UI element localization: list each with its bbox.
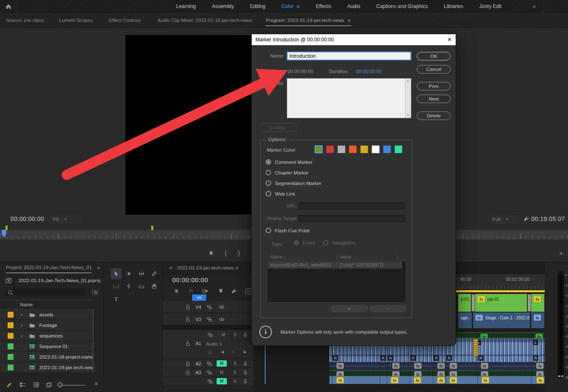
workspace-tab-editing[interactable]: Editing xyxy=(242,0,274,13)
custom-button[interactable]: Custom xyxy=(259,123,297,132)
freeform-view-icon[interactable] xyxy=(46,381,52,388)
fx-badge-icon[interactable]: fx xyxy=(414,377,421,383)
flash-cue-point-radio[interactable]: Flash Cue Point xyxy=(266,228,310,233)
channel-badge[interactable]: R xyxy=(478,355,484,361)
marker-color-swatch-mint[interactable] xyxy=(394,145,402,153)
marker-color-swatch-orange[interactable] xyxy=(349,145,357,153)
timeline-clip[interactable]: fxpip-01 xyxy=(475,294,527,312)
dialog-title-bar[interactable]: Marker Introduction @ 00:00:00:00 xyxy=(252,34,456,45)
fx-badge-icon[interactable]: fx xyxy=(481,363,488,369)
timeline-settings-wrench-icon[interactable] xyxy=(231,288,237,294)
marker-name-input[interactable] xyxy=(287,52,411,60)
chevron-right-icon[interactable]: › xyxy=(21,322,22,328)
timeline-clip[interactable]: fx xyxy=(531,313,545,328)
lock-icon[interactable] xyxy=(185,360,191,367)
project-row-assets[interactable]: ›assets xyxy=(0,310,94,320)
type-tool[interactable]: T xyxy=(111,294,122,305)
project-row-2022-01-19-jan-tech-news[interactable]: 2022-01-19-jan-tech-news xyxy=(0,362,94,373)
next-button[interactable]: Next xyxy=(417,95,451,103)
zoom-slider-track[interactable] xyxy=(60,385,85,386)
table-row[interactable]: keywordExtDVAv1_ade40011{"color":4281828… xyxy=(268,261,402,269)
scroll-down-icon[interactable]: ▼ xyxy=(407,114,410,117)
marker-color-swatch-green[interactable] xyxy=(315,145,323,153)
project-panel-tab[interactable]: Project: 2022-01-19-Jan-Tech-News_01 xyxy=(6,265,92,273)
url-input[interactable] xyxy=(299,202,405,210)
slip-tool[interactable]: |↔| xyxy=(111,281,122,292)
lock-icon[interactable] xyxy=(185,316,191,323)
fx-badge-icon[interactable]: fx xyxy=(536,363,544,369)
add-panel-button[interactable]: + xyxy=(559,249,563,258)
timeline-timecode[interactable]: 00:00:00:00 xyxy=(172,276,208,283)
solo-button[interactable]: S xyxy=(234,332,236,337)
fx-badge-icon[interactable]: fx xyxy=(476,315,483,321)
selected-keyframe-marker[interactable] xyxy=(473,338,478,356)
toggle-visibility-eye-icon[interactable] xyxy=(218,316,225,323)
workspace-overflow-button[interactable]: » xyxy=(525,0,544,13)
workspace-tab-captions-and-graphics[interactable]: Captions and Graphics xyxy=(368,0,436,13)
fx-badge-icon[interactable]: fx xyxy=(438,377,445,383)
radio-chapter-marker[interactable]: Chapter Marker xyxy=(266,170,309,175)
program-current-timecode[interactable]: 00:00:00:00 xyxy=(11,215,44,222)
radio-icon[interactable] xyxy=(266,170,271,175)
fx-badge-icon[interactable]: fx xyxy=(537,377,544,383)
sync-lock-icon[interactable] xyxy=(206,316,213,323)
radio-icon[interactable] xyxy=(266,191,271,196)
fx-badge-icon[interactable]: fx xyxy=(438,363,445,369)
frame-target-input[interactable] xyxy=(299,215,405,222)
mic-voiceover-icon[interactable] xyxy=(242,369,249,376)
chevron-right-icon[interactable]: › xyxy=(21,332,22,339)
mark-in-button[interactable]: { xyxy=(225,249,227,256)
comments-textarea[interactable] xyxy=(287,78,411,118)
transition-handle[interactable] xyxy=(527,294,531,312)
track-badge-v5[interactable]: V5 xyxy=(192,294,206,301)
project-row-sequence-01[interactable]: Sequence 01 xyxy=(0,341,94,351)
mic-voiceover-icon[interactable] xyxy=(242,332,249,338)
add-row-button[interactable]: + xyxy=(330,305,368,313)
panel-tab-source[interactable]: Source: (no clips) xyxy=(6,13,43,28)
mark-out-button[interactable]: } xyxy=(238,249,240,256)
next-keyframe-icon[interactable]: ▶ xyxy=(244,350,247,354)
snap-magnet-icon[interactable]: ∩ xyxy=(189,287,193,294)
panel-menu-icon[interactable]: ≡ xyxy=(95,380,98,387)
close-icon[interactable]: ✕ xyxy=(169,265,173,271)
project-row-sequences[interactable]: ›sequences xyxy=(0,331,94,341)
workspace-tab-effects[interactable]: Effects xyxy=(308,0,339,13)
nest-icon[interactable] xyxy=(173,288,180,294)
scroll-up-icon[interactable]: ▲ xyxy=(407,79,410,82)
keyframe-diamond-icon[interactable]: ◇ xyxy=(208,350,212,355)
channel-badge[interactable]: R xyxy=(533,355,538,361)
marker-color-swatch-red[interactable] xyxy=(326,145,334,153)
panel-tab-audio-clip-mixer[interactable]: Audio Clip Mixer: 2022-01-19-jan-tech-ne… xyxy=(158,13,252,28)
channel-badge[interactable]: R xyxy=(333,355,338,361)
mute-button[interactable]: M xyxy=(217,360,227,367)
fx-badge-icon[interactable]: fx xyxy=(450,363,457,369)
workspace-tab-menu-icon[interactable]: ≡ xyxy=(296,3,300,10)
solo-button[interactable]: S xyxy=(234,379,236,384)
radio-segmentation-marker[interactable]: Segmentation Marker xyxy=(266,180,321,186)
column-name-header[interactable]: Name xyxy=(20,302,33,307)
table-body[interactable]: keywordExtDVAv1_ade40011{"color":4281828… xyxy=(267,261,406,303)
rectangle-tool[interactable]: ▭ xyxy=(136,281,147,292)
radio-icon[interactable] xyxy=(323,240,329,245)
radio-navigation[interactable]: Navigation xyxy=(323,240,355,245)
radio-icon[interactable] xyxy=(266,180,271,186)
timeline-tab-label[interactable]: 2022-01-19-jan-tech-news xyxy=(177,265,234,270)
workspace-tab-color[interactable]: Color≡ xyxy=(273,0,307,13)
sync-lock-icon[interactable] xyxy=(207,332,214,338)
sync-lock-icon[interactable] xyxy=(206,369,213,376)
lock-icon[interactable] xyxy=(185,340,191,347)
marker-color-swatch-gray[interactable] xyxy=(337,145,345,153)
project-list-header[interactable]: Name xyxy=(0,299,94,310)
workspace-tab-assembly[interactable]: Assembly xyxy=(204,0,242,13)
track-select-tool[interactable] xyxy=(123,268,134,279)
fx-badge-icon[interactable]: fx xyxy=(534,296,541,302)
remove-row-button[interactable]: - xyxy=(370,305,406,313)
panel-menu-icon[interactable]: ≡ xyxy=(235,265,239,271)
mute-button[interactable]: M xyxy=(222,332,225,337)
toggle-visibility-eye-icon[interactable] xyxy=(218,304,225,310)
radio-web-link[interactable]: Web Link xyxy=(266,191,295,196)
channel-badge[interactable]: R xyxy=(434,355,439,361)
marker-duration-value[interactable]: 00:00:00:00 xyxy=(356,69,382,74)
channel-badge[interactable]: R xyxy=(388,355,393,361)
home-button[interactable] xyxy=(0,0,17,13)
